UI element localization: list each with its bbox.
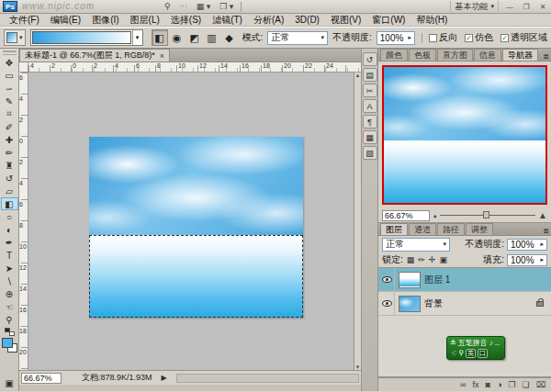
layer-name[interactable]: 背景: [424, 297, 443, 310]
type-tool[interactable]: T: [1, 249, 18, 262]
blur-tool[interactable]: ○: [1, 210, 18, 223]
panel-menu-icon[interactable]: ≣: [543, 227, 549, 235]
ime-toolbar[interactable]: ≗ 五笔拼音 ♪ ‥ ☜ ⚲ 英 囗: [446, 336, 505, 360]
layer-style-button[interactable]: fx: [473, 380, 479, 389]
layer-comps-panel-icon[interactable]: ▧: [363, 146, 377, 160]
link-layers-button[interactable]: ∞: [460, 380, 466, 389]
transparency-checkbox[interactable]: 透明区域: [500, 31, 547, 44]
new-adjustment-layer-button[interactable]: ◑: [497, 380, 501, 389]
panel-menu-icon[interactable]: ≣: [543, 52, 549, 61]
arrange-documents-icon[interactable]: ▦ ▾: [195, 1, 213, 12]
tab-navigator[interactable]: 导航器: [502, 49, 538, 61]
hand-tool[interactable]: ☜: [1, 300, 18, 313]
move-tool[interactable]: ✥: [1, 56, 18, 69]
lock-pixels-icon[interactable]: ✏: [417, 255, 426, 264]
lasso-tool[interactable]: ∽: [1, 82, 18, 95]
status-options-arrow[interactable]: ▶: [162, 374, 167, 382]
tab-histogram[interactable]: 直方图: [437, 49, 473, 61]
delete-layer-button[interactable]: ⌧: [536, 380, 545, 389]
shape-tool[interactable]: ∖: [1, 274, 18, 287]
add-layer-mask-button[interactable]: ◙: [486, 380, 490, 389]
gradient-tool[interactable]: ◧: [1, 197, 18, 210]
angle-gradient-button[interactable]: ◩: [186, 29, 203, 46]
blend-mode-select[interactable]: 正常 ▾: [267, 31, 328, 45]
layer-row-background[interactable]: 背景: [378, 292, 551, 316]
reverse-checkbox[interactable]: 反向: [429, 31, 457, 44]
dither-checkbox[interactable]: 仿色: [465, 31, 493, 44]
menu-3d[interactable]: 3D(D): [289, 15, 325, 25]
tab-layers[interactable]: 图层: [380, 223, 408, 235]
vertical-scrollbar[interactable]: ▲ ▼: [354, 73, 361, 370]
minimize-button[interactable]: —: [504, 3, 515, 11]
restore-button[interactable]: ❐: [521, 3, 532, 11]
dodge-tool[interactable]: ◐: [1, 223, 18, 236]
tab-adjustments[interactable]: 调整: [466, 223, 493, 235]
layer-name[interactable]: 图层 1: [424, 274, 450, 286]
radial-gradient-button[interactable]: ◉: [169, 29, 186, 46]
history-panel-icon[interactable]: ↺: [363, 52, 377, 66]
color-swatches[interactable]: [2, 338, 17, 353]
clone-source-panel-icon[interactable]: ✂: [363, 84, 377, 97]
history-brush-tool[interactable]: ↺: [1, 172, 18, 185]
actions-panel-icon[interactable]: ▤: [363, 68, 377, 82]
canvas[interactable]: [28, 73, 354, 370]
menu-help[interactable]: 帮助(H): [410, 14, 453, 27]
crop-tool[interactable]: ⌗: [1, 107, 18, 120]
layer-fill-input[interactable]: 100% ▸: [507, 254, 547, 266]
layer-row-layer1[interactable]: 图层 1: [378, 268, 551, 292]
zoom-level-input[interactable]: 66.67%: [21, 373, 62, 384]
layer-visibility-toggle[interactable]: [380, 292, 395, 315]
close-tab-icon[interactable]: ×: [160, 51, 164, 61]
opacity-input[interactable]: 100% ▸: [377, 31, 415, 45]
menu-window[interactable]: 窗口(W): [366, 14, 410, 27]
close-button[interactable]: ✕: [537, 3, 548, 11]
ime-more-icon[interactable]: ‥: [495, 339, 500, 347]
ruler-corner[interactable]: [19, 62, 28, 73]
slider-thumb[interactable]: [483, 211, 489, 218]
tab-info[interactable]: 信息: [474, 49, 501, 61]
zoom-level-icon[interactable]: ⚲: [163, 1, 173, 12]
layer-thumbnail[interactable]: [399, 272, 421, 288]
linear-gradient-button[interactable]: ◧: [152, 29, 168, 46]
foreground-color-swatch[interactable]: [2, 338, 13, 348]
layer-thumbnail[interactable]: [399, 296, 421, 312]
eyedropper-tool[interactable]: ✐: [1, 120, 18, 133]
document-image[interactable]: [89, 137, 303, 318]
tab-color[interactable]: 颜色: [380, 49, 408, 61]
tool-preset-picker[interactable]: ▾: [4, 29, 26, 46]
marquee-tool[interactable]: ▭: [1, 69, 18, 82]
scroll-down-icon[interactable]: ▼: [355, 364, 361, 370]
horizontal-scrollbar[interactable]: [176, 374, 359, 383]
zoom-out-icon[interactable]: ▴: [433, 212, 437, 219]
menu-file[interactable]: 文件(F): [4, 14, 45, 27]
reflected-gradient-button[interactable]: ▥: [204, 29, 220, 46]
menu-analysis[interactable]: 分析(A): [248, 14, 289, 27]
workspace-switcher[interactable]: 基本功能 ▾: [450, 1, 499, 12]
styles-panel-icon[interactable]: ▦: [363, 130, 377, 144]
layer-opacity-input[interactable]: 100% ▸: [507, 239, 547, 251]
layer-blend-mode-select[interactable]: 正常 ▾: [382, 238, 450, 252]
zoom-in-icon[interactable]: ▲: [538, 210, 547, 220]
healing-brush-tool[interactable]: ✚: [1, 133, 18, 146]
ime-fullwidth-button[interactable]: 囗: [478, 349, 488, 358]
ime-hand-icon[interactable]: ☜: [450, 349, 456, 357]
tab-channels[interactable]: 通道: [409, 223, 436, 235]
paragraph-panel-icon[interactable]: ¶: [363, 115, 377, 129]
tab-swatches[interactable]: 色板: [409, 49, 436, 61]
tab-paths[interactable]: 路径: [437, 223, 465, 235]
path-selection-tool[interactable]: ➤: [1, 262, 18, 274]
horizontal-ruler[interactable]: 42024681012141618202224: [28, 62, 361, 73]
character-panel-icon[interactable]: A: [363, 99, 377, 113]
zoom-tool[interactable]: ⚲: [1, 313, 18, 326]
menu-image[interactable]: 图像(I): [86, 14, 124, 27]
pen-tool[interactable]: ✒: [1, 236, 18, 249]
lock-transparency-icon[interactable]: ▦: [406, 255, 416, 264]
diamond-gradient-button[interactable]: ◆: [221, 29, 238, 46]
document-tab[interactable]: 未标题-1 @ 66.7%(图层 1, RGB/8)* ×: [19, 49, 170, 62]
quick-mask-button[interactable]: ▣: [1, 376, 18, 389]
navigator-view-box[interactable]: [382, 65, 547, 205]
new-layer-button[interactable]: ❏: [523, 380, 530, 389]
clone-stamp-tool[interactable]: ♜: [1, 159, 18, 172]
navigator-zoom-input[interactable]: 66.67%: [382, 210, 430, 221]
3d-rotate-tool[interactable]: ⊕: [1, 287, 18, 300]
